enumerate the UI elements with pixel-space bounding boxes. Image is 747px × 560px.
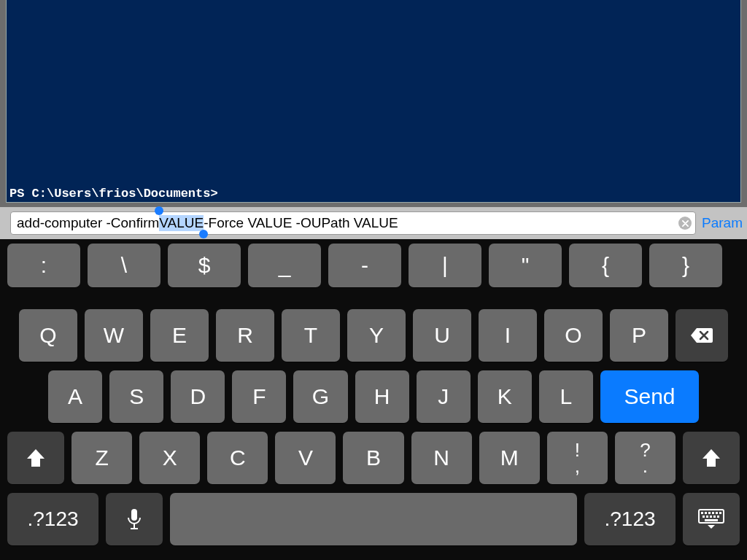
microphone-icon (126, 508, 142, 531)
key-v[interactable]: V (275, 432, 336, 484)
key-p[interactable]: P (610, 309, 668, 362)
key-question-period[interactable]: ?. (615, 432, 676, 484)
command-input[interactable] (10, 211, 696, 235)
svg-rect-10 (703, 516, 705, 518)
key-j[interactable]: J (417, 370, 471, 423)
key-o[interactable]: O (544, 309, 603, 362)
svg-rect-11 (706, 516, 708, 518)
dictation-key[interactable] (106, 493, 163, 545)
key-a[interactable]: A (48, 370, 102, 423)
shift-key-left[interactable] (7, 432, 64, 484)
terminal[interactable]: PS C:\Users\frios\Documents> (6, 0, 741, 203)
key-[interactable]: $ (168, 244, 241, 287)
send-key[interactable]: Send (600, 370, 699, 423)
keyboard-row-4: ZXCVBNM!,?. (4, 432, 743, 484)
key-[interactable]: - (328, 244, 401, 287)
backspace-icon (689, 327, 714, 344)
svg-rect-4 (701, 512, 703, 514)
key-q[interactable]: Q (19, 309, 77, 362)
svg-rect-5 (705, 512, 707, 514)
key-x[interactable]: X (139, 432, 200, 484)
svg-rect-8 (716, 512, 718, 514)
param-link[interactable]: Param (702, 215, 744, 231)
numeric-mode-key-left[interactable]: .?123 (7, 493, 98, 545)
key-m[interactable]: M (479, 432, 540, 484)
key-d[interactable]: D (171, 370, 225, 423)
key-exclaim-comma[interactable]: !, (547, 432, 608, 484)
app-root: PS C:\Users\frios\Documents> add-compute… (0, 0, 747, 560)
dismiss-keyboard-key[interactable] (683, 493, 740, 545)
close-icon (682, 220, 689, 227)
key-c[interactable]: C (207, 432, 268, 484)
key-[interactable]: \ (88, 244, 160, 287)
key-b[interactable]: B (343, 432, 403, 484)
on-screen-keyboard: :\$_-|"{} QWERTYUIOP ASDFGHJKLSend ZXCVB… (0, 239, 747, 560)
key-e[interactable]: E (150, 309, 209, 362)
key-w[interactable]: W (85, 309, 143, 362)
terminal-prompt: PS C:\Users\frios\Documents> (7, 185, 740, 202)
key-g[interactable]: G (293, 370, 347, 423)
key-[interactable]: | (409, 244, 481, 287)
svg-rect-15 (705, 519, 718, 521)
command-field-wrap: add-computer -Confirm VALUE -Force VALUE… (10, 211, 696, 235)
key-[interactable]: { (569, 244, 642, 287)
shift-icon (25, 448, 47, 468)
shift-icon (700, 448, 722, 468)
svg-rect-12 (710, 516, 712, 518)
key-u[interactable]: U (413, 309, 471, 362)
key-i[interactable]: I (479, 309, 537, 362)
svg-rect-13 (713, 516, 716, 518)
keyboard-row-3: ASDFGHJKLSend (4, 370, 743, 423)
numeric-mode-key-right[interactable]: .?123 (584, 493, 676, 545)
key-n[interactable]: N (411, 432, 472, 484)
keyboard-symbol-row: :\$_-|"{} (4, 244, 743, 287)
key-t[interactable]: T (282, 309, 340, 362)
key-[interactable]: : (7, 244, 80, 287)
command-bar: add-computer -Confirm VALUE -Force VALUE… (0, 207, 747, 239)
keyboard-row-5: .?123 .?123 (4, 493, 743, 545)
keyboard-dismiss-icon (697, 508, 725, 530)
clear-input-button[interactable] (678, 217, 692, 230)
key-[interactable]: } (649, 244, 722, 287)
terminal-output (7, 0, 740, 185)
key-[interactable]: " (489, 244, 562, 287)
keyboard-row-2: QWERTYUIOP (4, 309, 743, 362)
key-k[interactable]: K (478, 370, 532, 423)
svg-rect-9 (719, 512, 721, 514)
key-y[interactable]: Y (347, 309, 406, 362)
key-f[interactable]: F (232, 370, 286, 423)
key-l[interactable]: L (539, 370, 593, 423)
terminal-container: PS C:\Users\frios\Documents> (0, 0, 747, 207)
key-h[interactable]: H (355, 370, 409, 423)
backspace-key[interactable] (676, 309, 728, 362)
key-[interactable]: _ (248, 244, 321, 287)
key-z[interactable]: Z (71, 432, 132, 484)
shift-key-right[interactable] (683, 432, 740, 484)
key-r[interactable]: R (216, 309, 274, 362)
svg-rect-14 (717, 516, 719, 518)
space-key[interactable] (170, 493, 577, 545)
key-s[interactable]: S (109, 370, 163, 423)
svg-rect-0 (131, 509, 137, 521)
svg-rect-7 (712, 512, 714, 514)
svg-rect-6 (708, 512, 711, 514)
